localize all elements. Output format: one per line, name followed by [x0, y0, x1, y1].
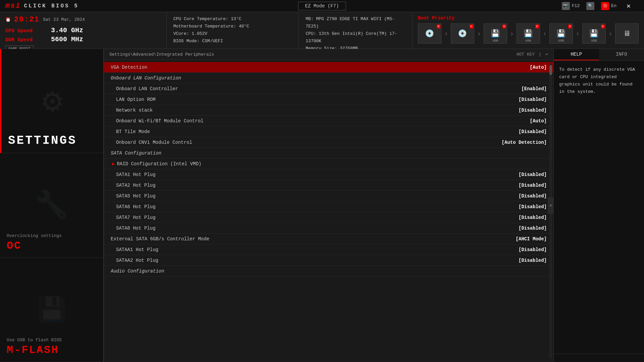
- sub-setting-row[interactable]: SATA6 Hot Plug[Disabled]: [104, 201, 553, 212]
- sub-setting-name: Network stack: [116, 108, 519, 113]
- back-icon[interactable]: ↩: [545, 52, 548, 57]
- ddr-speed-value: 5600 MHz: [51, 36, 83, 43]
- boot-device[interactable]: 💾UUSB: [517, 23, 540, 44]
- bios-title: CLICK BIOS 5: [24, 3, 79, 9]
- top-bar: msi CLICK BIOS 5 EZ Mode (F7) 📷 F12 🔍 🔴 …: [0, 0, 644, 12]
- msi-logo: msi: [5, 2, 21, 10]
- setting-name: External SATA 6GB/s Controller Mode: [111, 236, 516, 242]
- cpu-speed-value: 3.40 GHz: [51, 26, 83, 34]
- main-content: ⚙ SETTINGS 🔧 Overclocking settings OC 💾 …: [0, 49, 644, 362]
- mb-temp: Motherboard Temperature: 40°C: [173, 23, 292, 30]
- section-header: SATA Configuration: [104, 148, 553, 159]
- boot-priority-section: Boot Priority 💿U›💿U›💾UUSB›💾UUSB›💾UUSB›💾U…: [413, 12, 644, 49]
- sub-setting-row[interactable]: SATAA1 Hot Plug[Disabled]: [104, 244, 553, 255]
- ez-mode-button[interactable]: EZ Mode (F7): [298, 2, 346, 10]
- sub-setting-name: Onboard Wi-Fi/BT Module Control: [116, 118, 530, 124]
- boot-arrow: ›: [444, 30, 448, 38]
- sub-setting-row[interactable]: Onboard Wi-Fi/BT Module Control[Auto]: [104, 116, 553, 126]
- cpu-info: CPU: 13th Gen Intel(R) Core(TM) i7-13700…: [306, 30, 406, 45]
- clock: 20:21: [14, 15, 40, 24]
- bios-panel: Settings\Advanced\Integrated Peripherals…: [104, 49, 553, 362]
- language-selector[interactable]: 🔴 En: [601, 2, 616, 10]
- boot-device[interactable]: 🖥: [615, 23, 639, 44]
- sub-setting-name: SATA6 Hot Plug: [116, 204, 519, 209]
- hotkey-label: HOT KEY: [517, 52, 535, 57]
- oc-label: OC: [7, 240, 21, 252]
- boot-arrow: ›: [477, 30, 481, 38]
- oc-sub-label: Overclocking settings: [7, 233, 62, 238]
- boot-badge: U: [601, 24, 605, 28]
- boot-priority-title: Boot Priority: [418, 15, 639, 21]
- sub-setting-name: Onboard CNVi Module Control: [116, 140, 502, 145]
- setting-value: [Auto Detection]: [502, 140, 547, 145]
- boot-badge: U: [568, 24, 572, 28]
- boot-device[interactable]: 💾UUSB: [549, 23, 573, 44]
- sub-setting-row[interactable]: SATA2 Hot Plug[Disabled]: [104, 180, 553, 191]
- arrow-setting-row[interactable]: ▶RAID Configuration (Intel VMD): [104, 159, 553, 169]
- boot-arrow: ›: [608, 30, 612, 38]
- mb-info: MB: MPG Z790 EDGE TI MAX WIFI (MS-7E25): [306, 15, 406, 30]
- close-button[interactable]: ✕: [627, 2, 631, 10]
- sub-setting-row[interactable]: Onboard CNVi Module Control[Auto Detecti…: [104, 137, 553, 148]
- sub-setting-name: SATA2 Hot Plug: [116, 183, 519, 188]
- sub-setting-row[interactable]: SATA5 Hot Plug[Disabled]: [104, 191, 553, 201]
- breadcrumb-bar: Settings\Advanced\Integrated Peripherals…: [104, 49, 553, 60]
- setting-value: [Disabled]: [519, 129, 547, 134]
- sub-setting-row[interactable]: Onboard LAN Controller[Enabled]: [104, 83, 553, 94]
- cpu-speed-label: CPU Speed: [5, 28, 46, 34]
- sub-setting-name: LAN Option ROM: [116, 97, 519, 102]
- setting-value: [Disabled]: [519, 226, 547, 231]
- boot-device[interactable]: 💾UUSB: [582, 23, 606, 44]
- help-tab[interactable]: HELP: [554, 49, 599, 60]
- setting-value: [Disabled]: [519, 97, 547, 102]
- setting-value: [Disabled]: [519, 193, 547, 199]
- cpu-speed-row: CPU Speed 3.40 GHz: [5, 26, 161, 34]
- sub-setting-row[interactable]: BT Tile Mode[Disabled]: [104, 126, 553, 137]
- help-panel: HELP INFO To detect if any discrete VGA …: [553, 49, 644, 362]
- mflash-bg-icon: 💾: [37, 295, 66, 324]
- setting-row[interactable]: External SATA 6GB/s Controller Mode[AHCI…: [104, 234, 553, 244]
- hotkey-area: HOT KEY | ↩: [517, 52, 548, 57]
- sub-setting-row[interactable]: SATA8 Hot Plug[Disabled]: [104, 223, 553, 234]
- screenshot-icon[interactable]: 📷 F12: [562, 2, 580, 10]
- boot-device-icon: 🖥: [623, 29, 631, 38]
- help-content: To detect if any discrete VGA card or CP…: [554, 61, 644, 354]
- boot-badge: U: [535, 24, 539, 28]
- info-tab[interactable]: INFO: [599, 49, 644, 60]
- sidebar-oc[interactable]: 🔧 Overclocking settings OC: [0, 153, 103, 257]
- sidebar-settings[interactable]: ⚙ SETTINGS: [0, 49, 103, 153]
- sub-setting-name: SATA5 Hot Plug: [116, 193, 519, 199]
- boot-device-icon: 💾: [589, 29, 598, 38]
- settings-label: SETTINGS: [8, 134, 77, 147]
- boot-device-icon: 💿: [458, 29, 467, 38]
- sub-setting-name: BT Tile Mode: [116, 129, 519, 134]
- status-bar: ⏰ 20:21 Sat 23 Mar, 2024 CPU Speed 3.40 …: [0, 12, 644, 49]
- setting-value: [AHCI Mode]: [516, 236, 547, 242]
- ddr-speed-row: DDR Speed 5600 MHz: [5, 36, 161, 43]
- boot-arrow: ›: [510, 30, 514, 38]
- sub-setting-name: SATAA1 Hot Plug: [116, 247, 519, 252]
- setting-row[interactable]: VGA Detection[Auto]: [104, 62, 553, 73]
- sub-setting-row[interactable]: SATA1 Hot Plug[Disabled]: [104, 169, 553, 180]
- sub-setting-row[interactable]: Network stack[Disabled]: [104, 105, 553, 116]
- scrollbar-thumb: [549, 65, 552, 75]
- setting-value: [Disabled]: [519, 183, 547, 188]
- ddr-speed-label: DDR Speed: [5, 37, 46, 43]
- status-left: ⏰ 20:21 Sat 23 Mar, 2024 CPU Speed 3.40 …: [0, 12, 167, 49]
- boot-device[interactable]: 💿U: [418, 23, 441, 44]
- boot-arrow: ›: [576, 30, 580, 38]
- boot-device[interactable]: 💾UUSB: [484, 23, 507, 44]
- time-line: ⏰ 20:21 Sat 23 Mar, 2024: [5, 15, 161, 24]
- search-icon-btn[interactable]: 🔍: [586, 2, 594, 10]
- boot-label: USB: [526, 39, 531, 43]
- setting-value: [Enabled]: [521, 86, 547, 92]
- sub-setting-row[interactable]: LAN Option ROM[Disabled]: [104, 94, 553, 105]
- setting-value: [Disabled]: [519, 215, 547, 220]
- help-panel-toggle[interactable]: »: [548, 197, 554, 214]
- sub-setting-row[interactable]: SATAA2 Hot Plug[Disabled]: [104, 255, 553, 266]
- sub-setting-row[interactable]: SATA7 Hot Plug[Disabled]: [104, 212, 553, 223]
- boot-device[interactable]: 💿U: [451, 23, 474, 44]
- sidebar-mflash[interactable]: 💾 Use USB to flash BIOS M-FLASH: [0, 258, 103, 362]
- boot-arrow: ›: [543, 30, 547, 38]
- boot-device-icon: 💾: [556, 29, 566, 38]
